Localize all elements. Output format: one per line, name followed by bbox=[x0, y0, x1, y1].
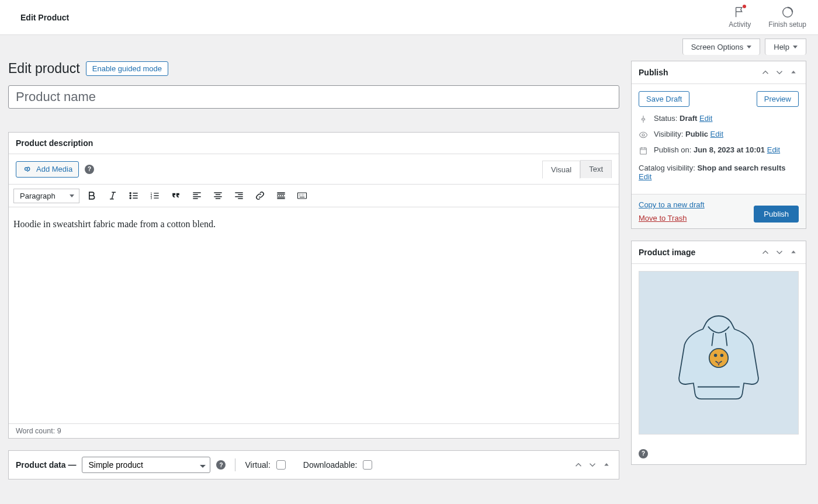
editor-toolbar: Paragraph 123 bbox=[9, 184, 619, 207]
publish-top-buttons: Save Draft Preview bbox=[639, 91, 799, 107]
visibility-label: Visibility: bbox=[654, 130, 683, 138]
publish-box: Publish Save Draft Preview Status: Draft… bbox=[631, 61, 806, 229]
edit-visibility-link[interactable]: Edit bbox=[710, 130, 723, 138]
align-center-icon bbox=[212, 190, 224, 201]
italic-icon bbox=[107, 190, 119, 201]
description-header: Product description bbox=[9, 133, 619, 154]
caret-up-icon[interactable] bbox=[788, 67, 799, 78]
align-center-button[interactable] bbox=[209, 187, 227, 204]
finish-setup-label: Finish setup bbox=[768, 20, 806, 29]
editor-tabs: Visual Text bbox=[542, 160, 612, 178]
virtual-checkbox[interactable] bbox=[276, 460, 286, 470]
main-column: Edit product Enable guided mode Product … bbox=[8, 61, 619, 479]
activity-button[interactable]: Activity bbox=[729, 6, 751, 29]
chevron-down-icon[interactable] bbox=[774, 247, 785, 258]
bullet-list-button[interactable] bbox=[125, 187, 143, 204]
align-left-icon bbox=[191, 190, 203, 201]
enable-guided-mode-button[interactable]: Enable guided mode bbox=[86, 61, 168, 76]
product-data-header: Product data — Simple product ? Virtual:… bbox=[9, 451, 619, 479]
svg-point-4 bbox=[130, 197, 131, 199]
divider bbox=[235, 458, 235, 471]
product-name-input[interactable] bbox=[8, 85, 619, 109]
move-to-trash-link[interactable]: Move to Trash bbox=[639, 214, 705, 223]
product-image-box: Product image bbox=[631, 241, 806, 465]
product-image-help: ? bbox=[632, 449, 806, 464]
product-type-select-wrap: Simple product bbox=[82, 457, 210, 473]
screen-options-label: Screen Options bbox=[691, 43, 744, 51]
blockquote-button[interactable] bbox=[167, 187, 185, 204]
preview-button[interactable]: Preview bbox=[757, 91, 799, 107]
product-image-thumbnail[interactable] bbox=[639, 271, 799, 435]
page-title-top: Edit Product bbox=[20, 13, 69, 22]
virtual-label: Virtual: bbox=[245, 460, 270, 470]
downloadable-checkbox[interactable] bbox=[363, 460, 372, 470]
tab-visual[interactable]: Visual bbox=[542, 161, 580, 179]
bold-icon bbox=[86, 190, 98, 201]
top-actions: Activity Finish setup bbox=[729, 6, 806, 29]
help-icon[interactable]: ? bbox=[216, 460, 226, 470]
editor-footer: Word count: 9 bbox=[9, 423, 619, 438]
help-tab[interactable]: Help bbox=[765, 39, 806, 55]
italic-button[interactable] bbox=[104, 187, 122, 204]
link-button[interactable] bbox=[251, 187, 269, 204]
publish-handles bbox=[760, 67, 799, 78]
heading-row: Edit product Enable guided mode bbox=[8, 61, 619, 77]
edit-status-link[interactable]: Edit bbox=[699, 114, 712, 123]
edit-catalog-link[interactable]: Edit bbox=[639, 172, 651, 181]
chevron-down-icon[interactable] bbox=[774, 67, 785, 78]
product-description-box: Product description Add Media ? Visual T… bbox=[8, 132, 619, 439]
read-more-button[interactable] bbox=[272, 187, 290, 204]
numbered-list-button[interactable]: 123 bbox=[146, 187, 164, 204]
chevron-down-icon[interactable] bbox=[587, 460, 598, 470]
svg-rect-10 bbox=[640, 148, 647, 154]
publish-header: Publish bbox=[632, 61, 806, 84]
svg-point-13 bbox=[720, 354, 723, 357]
align-right-button[interactable] bbox=[230, 187, 248, 204]
word-count-value: 9 bbox=[57, 427, 61, 435]
caret-up-icon[interactable] bbox=[601, 460, 612, 470]
add-media-button[interactable]: Add Media bbox=[16, 161, 79, 178]
add-media-label: Add Media bbox=[36, 165, 72, 173]
screen-options-tab[interactable]: Screen Options bbox=[682, 39, 761, 55]
publish-date-row: Publish on: Jun 8, 2023 at 10:01 Edit bbox=[639, 145, 799, 155]
bold-button[interactable] bbox=[83, 187, 100, 204]
format-label: Paragraph bbox=[20, 192, 56, 200]
chevron-up-icon[interactable] bbox=[760, 67, 771, 78]
read-more-icon bbox=[275, 190, 287, 201]
keyboard-icon bbox=[296, 190, 308, 201]
visibility-value: Public bbox=[685, 130, 708, 138]
chevron-up-icon[interactable] bbox=[760, 247, 771, 258]
calendar-icon bbox=[639, 146, 648, 155]
toolbar-toggle-button[interactable] bbox=[293, 187, 311, 204]
align-left-button[interactable] bbox=[188, 187, 206, 204]
chevron-up-icon[interactable] bbox=[573, 460, 584, 470]
publish-body: Save Draft Preview Status: Draft Edit Vi… bbox=[632, 84, 806, 194]
caret-up-icon[interactable] bbox=[788, 247, 799, 258]
svg-text:3: 3 bbox=[150, 196, 152, 200]
product-image-title: Product image bbox=[639, 248, 695, 257]
publish-button[interactable]: Publish bbox=[754, 206, 799, 223]
visibility-row: Visibility: Public Edit bbox=[639, 130, 799, 140]
tab-text[interactable]: Text bbox=[580, 160, 612, 178]
finish-setup-button[interactable]: Finish setup bbox=[768, 6, 806, 29]
help-icon[interactable]: ? bbox=[639, 449, 648, 458]
chevron-down-icon bbox=[793, 46, 798, 48]
product-data-handles bbox=[573, 460, 612, 470]
svg-point-2 bbox=[130, 193, 131, 194]
format-select[interactable]: Paragraph bbox=[13, 189, 79, 203]
edit-date-link[interactable]: Edit bbox=[767, 145, 780, 154]
activity-label: Activity bbox=[729, 20, 751, 29]
help-icon[interactable]: ? bbox=[85, 165, 94, 174]
product-image-body bbox=[632, 264, 806, 449]
hoodie-illustration bbox=[666, 300, 771, 405]
publish-title: Publish bbox=[639, 68, 668, 77]
svg-point-12 bbox=[714, 354, 717, 357]
media-toolbar-row: Add Media ? Visual Text bbox=[9, 154, 619, 184]
save-draft-button[interactable]: Save Draft bbox=[639, 91, 689, 107]
editor-textarea[interactable]: Hoodie in sweatshirt fabric made from a … bbox=[9, 207, 619, 423]
numbered-list-icon: 123 bbox=[149, 190, 161, 201]
copy-draft-link[interactable]: Copy to a new draft bbox=[639, 200, 705, 209]
product-type-select[interactable]: Simple product bbox=[82, 457, 210, 473]
bullet-list-icon bbox=[128, 190, 140, 201]
align-right-icon bbox=[233, 190, 245, 201]
